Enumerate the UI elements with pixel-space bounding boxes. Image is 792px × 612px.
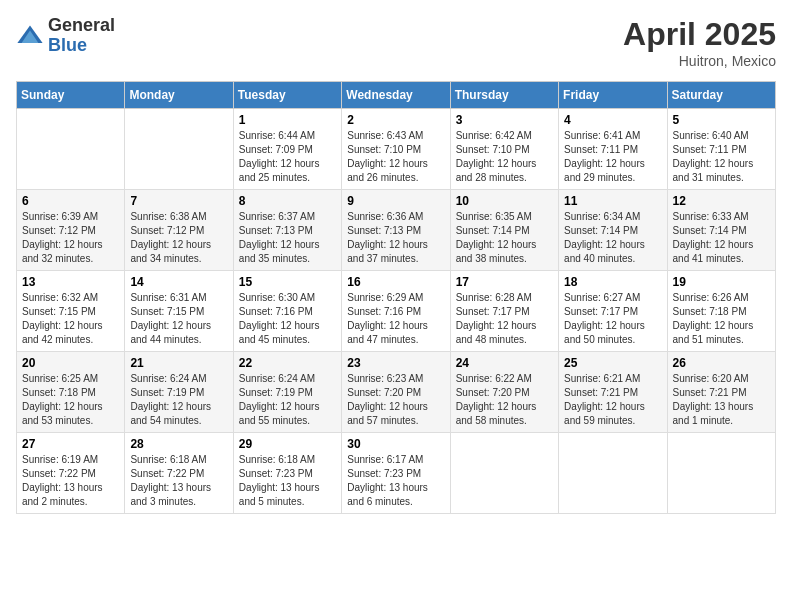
day-number: 3 [456,113,553,127]
day-number: 12 [673,194,770,208]
calendar-cell: 26Sunrise: 6:20 AM Sunset: 7:21 PM Dayli… [667,352,775,433]
day-number: 25 [564,356,661,370]
day-number: 29 [239,437,336,451]
logo-general: General [48,16,115,36]
day-info: Sunrise: 6:20 AM Sunset: 7:21 PM Dayligh… [673,372,770,428]
day-info: Sunrise: 6:40 AM Sunset: 7:11 PM Dayligh… [673,129,770,185]
day-number: 11 [564,194,661,208]
day-number: 22 [239,356,336,370]
calendar-cell [667,433,775,514]
day-number: 28 [130,437,227,451]
calendar-cell: 30Sunrise: 6:17 AM Sunset: 7:23 PM Dayli… [342,433,450,514]
title-block: April 2025 Huitron, Mexico [623,16,776,69]
day-number: 9 [347,194,444,208]
calendar-cell: 27Sunrise: 6:19 AM Sunset: 7:22 PM Dayli… [17,433,125,514]
calendar-cell: 3Sunrise: 6:42 AM Sunset: 7:10 PM Daylig… [450,109,558,190]
calendar-week-row: 6Sunrise: 6:39 AM Sunset: 7:12 PM Daylig… [17,190,776,271]
day-of-week-header: Sunday [17,82,125,109]
day-info: Sunrise: 6:18 AM Sunset: 7:22 PM Dayligh… [130,453,227,509]
calendar-cell: 20Sunrise: 6:25 AM Sunset: 7:18 PM Dayli… [17,352,125,433]
day-number: 17 [456,275,553,289]
calendar-cell: 24Sunrise: 6:22 AM Sunset: 7:20 PM Dayli… [450,352,558,433]
day-info: Sunrise: 6:44 AM Sunset: 7:09 PM Dayligh… [239,129,336,185]
day-info: Sunrise: 6:35 AM Sunset: 7:14 PM Dayligh… [456,210,553,266]
calendar-cell: 28Sunrise: 6:18 AM Sunset: 7:22 PM Dayli… [125,433,233,514]
day-info: Sunrise: 6:38 AM Sunset: 7:12 PM Dayligh… [130,210,227,266]
day-number: 6 [22,194,119,208]
calendar-cell: 23Sunrise: 6:23 AM Sunset: 7:20 PM Dayli… [342,352,450,433]
calendar-week-row: 1Sunrise: 6:44 AM Sunset: 7:09 PM Daylig… [17,109,776,190]
day-info: Sunrise: 6:28 AM Sunset: 7:17 PM Dayligh… [456,291,553,347]
day-number: 30 [347,437,444,451]
day-number: 7 [130,194,227,208]
day-number: 24 [456,356,553,370]
logo-text: General Blue [48,16,115,56]
day-of-week-header: Monday [125,82,233,109]
calendar-cell: 6Sunrise: 6:39 AM Sunset: 7:12 PM Daylig… [17,190,125,271]
calendar-cell: 14Sunrise: 6:31 AM Sunset: 7:15 PM Dayli… [125,271,233,352]
calendar-table: SundayMondayTuesdayWednesdayThursdayFrid… [16,81,776,514]
day-number: 2 [347,113,444,127]
calendar-cell: 5Sunrise: 6:40 AM Sunset: 7:11 PM Daylig… [667,109,775,190]
calendar-cell: 10Sunrise: 6:35 AM Sunset: 7:14 PM Dayli… [450,190,558,271]
day-info: Sunrise: 6:33 AM Sunset: 7:14 PM Dayligh… [673,210,770,266]
day-info: Sunrise: 6:32 AM Sunset: 7:15 PM Dayligh… [22,291,119,347]
day-number: 1 [239,113,336,127]
calendar-header-row: SundayMondayTuesdayWednesdayThursdayFrid… [17,82,776,109]
day-number: 26 [673,356,770,370]
day-of-week-header: Wednesday [342,82,450,109]
day-info: Sunrise: 6:26 AM Sunset: 7:18 PM Dayligh… [673,291,770,347]
day-number: 27 [22,437,119,451]
location-subtitle: Huitron, Mexico [623,53,776,69]
day-number: 5 [673,113,770,127]
calendar-cell: 25Sunrise: 6:21 AM Sunset: 7:21 PM Dayli… [559,352,667,433]
calendar-week-row: 27Sunrise: 6:19 AM Sunset: 7:22 PM Dayli… [17,433,776,514]
day-number: 8 [239,194,336,208]
calendar-cell: 15Sunrise: 6:30 AM Sunset: 7:16 PM Dayli… [233,271,341,352]
calendar-cell: 13Sunrise: 6:32 AM Sunset: 7:15 PM Dayli… [17,271,125,352]
day-number: 4 [564,113,661,127]
calendar-week-row: 13Sunrise: 6:32 AM Sunset: 7:15 PM Dayli… [17,271,776,352]
day-info: Sunrise: 6:18 AM Sunset: 7:23 PM Dayligh… [239,453,336,509]
calendar-cell: 8Sunrise: 6:37 AM Sunset: 7:13 PM Daylig… [233,190,341,271]
day-number: 10 [456,194,553,208]
calendar-cell [17,109,125,190]
calendar-cell: 16Sunrise: 6:29 AM Sunset: 7:16 PM Dayli… [342,271,450,352]
calendar-cell: 29Sunrise: 6:18 AM Sunset: 7:23 PM Dayli… [233,433,341,514]
calendar-week-row: 20Sunrise: 6:25 AM Sunset: 7:18 PM Dayli… [17,352,776,433]
calendar-cell: 2Sunrise: 6:43 AM Sunset: 7:10 PM Daylig… [342,109,450,190]
logo-icon [16,22,44,50]
day-info: Sunrise: 6:19 AM Sunset: 7:22 PM Dayligh… [22,453,119,509]
day-info: Sunrise: 6:29 AM Sunset: 7:16 PM Dayligh… [347,291,444,347]
day-info: Sunrise: 6:31 AM Sunset: 7:15 PM Dayligh… [130,291,227,347]
day-info: Sunrise: 6:27 AM Sunset: 7:17 PM Dayligh… [564,291,661,347]
day-info: Sunrise: 6:24 AM Sunset: 7:19 PM Dayligh… [239,372,336,428]
day-of-week-header: Thursday [450,82,558,109]
day-info: Sunrise: 6:39 AM Sunset: 7:12 PM Dayligh… [22,210,119,266]
day-info: Sunrise: 6:34 AM Sunset: 7:14 PM Dayligh… [564,210,661,266]
day-number: 18 [564,275,661,289]
day-info: Sunrise: 6:24 AM Sunset: 7:19 PM Dayligh… [130,372,227,428]
day-info: Sunrise: 6:42 AM Sunset: 7:10 PM Dayligh… [456,129,553,185]
calendar-cell: 12Sunrise: 6:33 AM Sunset: 7:14 PM Dayli… [667,190,775,271]
logo-blue: Blue [48,36,115,56]
calendar-cell: 21Sunrise: 6:24 AM Sunset: 7:19 PM Dayli… [125,352,233,433]
calendar-cell: 4Sunrise: 6:41 AM Sunset: 7:11 PM Daylig… [559,109,667,190]
calendar-cell: 11Sunrise: 6:34 AM Sunset: 7:14 PM Dayli… [559,190,667,271]
day-number: 23 [347,356,444,370]
day-info: Sunrise: 6:37 AM Sunset: 7:13 PM Dayligh… [239,210,336,266]
calendar-cell [559,433,667,514]
calendar-cell: 7Sunrise: 6:38 AM Sunset: 7:12 PM Daylig… [125,190,233,271]
day-info: Sunrise: 6:17 AM Sunset: 7:23 PM Dayligh… [347,453,444,509]
day-number: 21 [130,356,227,370]
calendar-cell [450,433,558,514]
day-number: 15 [239,275,336,289]
day-of-week-header: Tuesday [233,82,341,109]
calendar-cell: 9Sunrise: 6:36 AM Sunset: 7:13 PM Daylig… [342,190,450,271]
day-info: Sunrise: 6:22 AM Sunset: 7:20 PM Dayligh… [456,372,553,428]
page-header: General Blue April 2025 Huitron, Mexico [16,16,776,69]
calendar-cell: 22Sunrise: 6:24 AM Sunset: 7:19 PM Dayli… [233,352,341,433]
day-info: Sunrise: 6:23 AM Sunset: 7:20 PM Dayligh… [347,372,444,428]
day-number: 20 [22,356,119,370]
day-info: Sunrise: 6:36 AM Sunset: 7:13 PM Dayligh… [347,210,444,266]
